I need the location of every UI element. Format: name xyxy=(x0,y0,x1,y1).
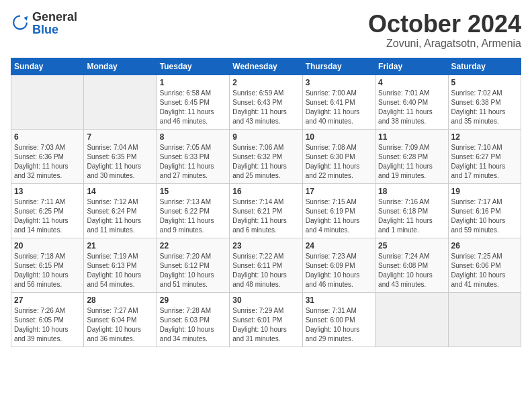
day-content: Sunrise: 7:12 AMSunset: 6:24 PMDaylight:… xyxy=(87,197,153,235)
day-content: Sunrise: 7:17 AMSunset: 6:16 PMDaylight:… xyxy=(451,197,518,235)
day-number: 6 xyxy=(14,132,81,142)
day-number: 5 xyxy=(451,78,518,87)
weekday-header: Friday xyxy=(375,58,448,75)
day-number: 14 xyxy=(87,187,153,196)
calendar-cell: 26Sunrise: 7:25 AMSunset: 6:06 PMDayligh… xyxy=(448,238,521,292)
day-number: 20 xyxy=(14,241,81,250)
day-content: Sunrise: 7:10 AMSunset: 6:27 PMDaylight:… xyxy=(451,143,518,181)
calendar-cell xyxy=(11,75,84,129)
calendar-cell: 22Sunrise: 7:20 AMSunset: 6:12 PMDayligh… xyxy=(157,238,229,292)
weekday-header: Sunday xyxy=(11,58,84,75)
day-content: Sunrise: 7:03 AMSunset: 6:36 PMDaylight:… xyxy=(14,143,81,181)
day-content: Sunrise: 7:16 AMSunset: 6:18 PMDaylight:… xyxy=(378,197,445,235)
day-content: Sunrise: 7:28 AMSunset: 6:03 PMDaylight:… xyxy=(160,306,226,344)
day-content: Sunrise: 7:08 AMSunset: 6:30 PMDaylight:… xyxy=(306,143,372,181)
day-content: Sunrise: 7:00 AMSunset: 6:41 PMDaylight:… xyxy=(306,89,372,126)
logo-general-text: General Blue xyxy=(32,11,77,36)
calendar-cell: 29Sunrise: 7:28 AMSunset: 6:03 PMDayligh… xyxy=(157,292,229,347)
location-title: Zovuni, Aragatsotn, Armenia xyxy=(368,38,521,50)
day-content: Sunrise: 7:31 AMSunset: 6:00 PMDaylight:… xyxy=(306,306,372,344)
day-number: 18 xyxy=(378,187,445,196)
day-number: 29 xyxy=(160,295,226,305)
day-number: 8 xyxy=(160,132,226,142)
day-content: Sunrise: 7:26 AMSunset: 6:05 PMDaylight:… xyxy=(14,306,81,344)
calendar-cell: 10Sunrise: 7:08 AMSunset: 6:30 PMDayligh… xyxy=(302,129,375,183)
day-number: 1 xyxy=(160,78,226,87)
day-content: Sunrise: 7:14 AMSunset: 6:21 PMDaylight:… xyxy=(232,197,299,235)
calendar-cell: 2Sunrise: 6:59 AMSunset: 6:43 PMDaylight… xyxy=(230,75,302,129)
calendar-cell: 1Sunrise: 6:58 AMSunset: 6:45 PMDaylight… xyxy=(157,75,229,129)
calendar-cell: 11Sunrise: 7:09 AMSunset: 6:28 PMDayligh… xyxy=(375,129,448,183)
day-content: Sunrise: 7:11 AMSunset: 6:25 PMDaylight:… xyxy=(14,197,81,235)
calendar-cell: 15Sunrise: 7:13 AMSunset: 6:22 PMDayligh… xyxy=(157,183,229,238)
day-content: Sunrise: 7:18 AMSunset: 6:15 PMDaylight:… xyxy=(14,252,81,289)
day-number: 21 xyxy=(87,241,153,250)
day-number: 26 xyxy=(451,241,518,250)
day-number: 12 xyxy=(451,132,518,142)
day-number: 25 xyxy=(378,241,445,250)
day-number: 28 xyxy=(87,295,153,305)
day-content: Sunrise: 7:05 AMSunset: 6:33 PMDaylight:… xyxy=(160,143,226,181)
day-number: 22 xyxy=(160,241,226,250)
day-number: 16 xyxy=(232,187,299,196)
logo-icon xyxy=(11,14,30,33)
month-title: October 2024 xyxy=(368,11,521,38)
day-number: 11 xyxy=(378,132,445,142)
weekday-header: Wednesday xyxy=(230,58,302,75)
calendar-cell: 18Sunrise: 7:16 AMSunset: 6:18 PMDayligh… xyxy=(375,183,448,238)
day-number: 15 xyxy=(160,187,226,196)
calendar-cell: 31Sunrise: 7:31 AMSunset: 6:00 PMDayligh… xyxy=(302,292,375,347)
day-number: 2 xyxy=(232,78,299,87)
day-number: 30 xyxy=(232,295,299,305)
day-number: 3 xyxy=(306,78,372,87)
calendar-cell: 25Sunrise: 7:24 AMSunset: 6:08 PMDayligh… xyxy=(375,238,448,292)
weekday-header: Monday xyxy=(84,58,157,75)
calendar-cell: 16Sunrise: 7:14 AMSunset: 6:21 PMDayligh… xyxy=(230,183,302,238)
calendar-cell: 3Sunrise: 7:00 AMSunset: 6:41 PMDaylight… xyxy=(302,75,375,129)
calendar-cell xyxy=(84,75,157,129)
calendar-cell: 28Sunrise: 7:27 AMSunset: 6:04 PMDayligh… xyxy=(84,292,157,347)
day-content: Sunrise: 7:20 AMSunset: 6:12 PMDaylight:… xyxy=(160,252,226,289)
calendar-cell: 9Sunrise: 7:06 AMSunset: 6:32 PMDaylight… xyxy=(230,129,302,183)
day-content: Sunrise: 7:29 AMSunset: 6:01 PMDaylight:… xyxy=(232,306,299,344)
calendar-cell: 13Sunrise: 7:11 AMSunset: 6:25 PMDayligh… xyxy=(11,183,84,238)
calendar-cell: 5Sunrise: 7:02 AMSunset: 6:38 PMDaylight… xyxy=(448,75,521,129)
calendar-cell: 19Sunrise: 7:17 AMSunset: 6:16 PMDayligh… xyxy=(448,183,521,238)
weekday-header: Saturday xyxy=(448,58,521,75)
day-content: Sunrise: 7:24 AMSunset: 6:08 PMDaylight:… xyxy=(378,252,445,289)
day-number: 10 xyxy=(306,132,372,142)
day-number: 31 xyxy=(306,295,372,305)
calendar-cell: 7Sunrise: 7:04 AMSunset: 6:35 PMDaylight… xyxy=(84,129,157,183)
weekday-header: Thursday xyxy=(302,58,375,75)
calendar-cell: 4Sunrise: 7:01 AMSunset: 6:40 PMDaylight… xyxy=(375,75,448,129)
day-content: Sunrise: 6:58 AMSunset: 6:45 PMDaylight:… xyxy=(160,89,226,126)
day-number: 23 xyxy=(232,241,299,250)
title-section: October 2024 Zovuni, Aragatsotn, Armenia xyxy=(368,11,521,50)
day-number: 24 xyxy=(306,241,372,250)
day-content: Sunrise: 7:06 AMSunset: 6:32 PMDaylight:… xyxy=(232,143,299,181)
calendar-cell: 21Sunrise: 7:19 AMSunset: 6:13 PMDayligh… xyxy=(84,238,157,292)
calendar-cell: 23Sunrise: 7:22 AMSunset: 6:11 PMDayligh… xyxy=(230,238,302,292)
day-content: Sunrise: 7:27 AMSunset: 6:04 PMDaylight:… xyxy=(87,306,153,344)
day-content: Sunrise: 6:59 AMSunset: 6:43 PMDaylight:… xyxy=(232,89,299,126)
day-number: 27 xyxy=(14,295,81,305)
day-content: Sunrise: 7:25 AMSunset: 6:06 PMDaylight:… xyxy=(451,252,518,289)
calendar-table: SundayMondayTuesdayWednesdayThursdayFrid… xyxy=(11,58,521,347)
day-content: Sunrise: 7:01 AMSunset: 6:40 PMDaylight:… xyxy=(378,89,445,126)
calendar-cell xyxy=(375,292,448,347)
day-content: Sunrise: 7:15 AMSunset: 6:19 PMDaylight:… xyxy=(306,197,372,235)
day-number: 13 xyxy=(14,187,81,196)
calendar-cell: 20Sunrise: 7:18 AMSunset: 6:15 PMDayligh… xyxy=(11,238,84,292)
day-number: 7 xyxy=(87,132,153,142)
calendar-cell: 8Sunrise: 7:05 AMSunset: 6:33 PMDaylight… xyxy=(157,129,229,183)
logo: General Blue xyxy=(11,11,77,36)
day-content: Sunrise: 7:22 AMSunset: 6:11 PMDaylight:… xyxy=(232,252,299,289)
day-content: Sunrise: 7:02 AMSunset: 6:38 PMDaylight:… xyxy=(451,89,518,126)
calendar-cell: 27Sunrise: 7:26 AMSunset: 6:05 PMDayligh… xyxy=(11,292,84,347)
calendar-cell: 12Sunrise: 7:10 AMSunset: 6:27 PMDayligh… xyxy=(448,129,521,183)
calendar-cell: 6Sunrise: 7:03 AMSunset: 6:36 PMDaylight… xyxy=(11,129,84,183)
day-number: 17 xyxy=(306,187,372,196)
calendar-cell xyxy=(448,292,521,347)
day-number: 9 xyxy=(232,132,299,142)
calendar-cell: 30Sunrise: 7:29 AMSunset: 6:01 PMDayligh… xyxy=(230,292,302,347)
